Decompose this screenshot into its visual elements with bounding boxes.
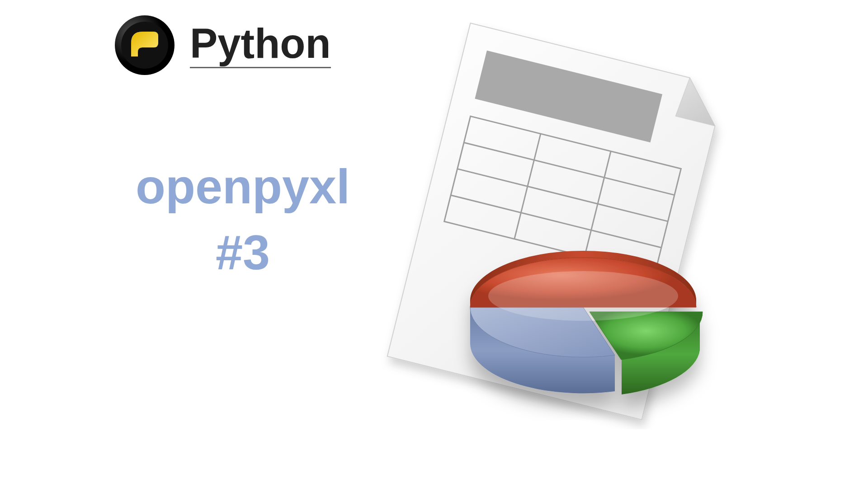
subtitle-block: openpyxl #3 xyxy=(136,154,350,286)
svg-point-11 xyxy=(488,271,678,321)
subtitle-line-1: openpyxl xyxy=(136,154,350,220)
subtitle-line-2: #3 xyxy=(136,220,350,286)
page-title: Python xyxy=(190,23,331,68)
spreadsheet-illustration xyxy=(371,23,741,429)
python-logo-icon xyxy=(113,14,176,77)
header: Python xyxy=(113,14,331,77)
svg-point-3 xyxy=(151,52,155,56)
pie-chart-icon xyxy=(443,230,723,420)
